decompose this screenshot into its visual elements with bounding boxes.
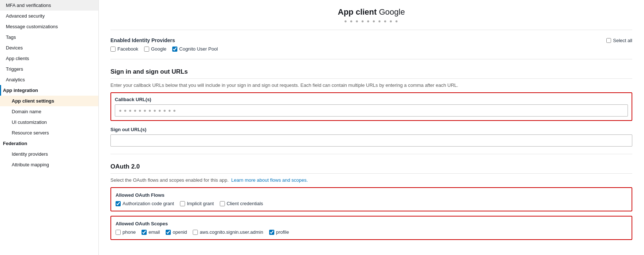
sidebar-item-ui-customization[interactable]: UI customization [0,117,98,128]
oauth-flow-client-credentials[interactable]: Client credentials [220,201,263,206]
callback-url-highlight-box: Callback URL(s) [110,92,632,121]
oauth-flows-label: Allowed OAuth Flows [116,192,627,198]
sidebar-item-resource-servers[interactable]: Resource servers [0,128,98,138]
sidebar-item-domain-name[interactable]: Domain name [0,106,98,117]
oauth-scope-openid-checkbox[interactable] [166,230,171,235]
oauth-flow-client-credentials-label: Client credentials [227,201,263,206]
sidebar-item-tags[interactable]: Tags [0,32,98,42]
oauth-scope-openid[interactable]: openid [166,229,187,235]
sidebar-section-federation[interactable]: Federation [0,138,98,149]
oauth-flow-authorization-code[interactable]: Authorization code grant [116,201,174,206]
callback-url-block: Callback URL(s) [110,92,632,121]
oauth-scope-email[interactable]: email [142,229,160,235]
page-header: App client Google ● ● ● ● ● ● ● ● ● ● [110,0,632,30]
oauth-flow-implicit[interactable]: Implicit grant [180,201,214,206]
oauth-scopes-label: Allowed OAuth Scopes [116,221,627,226]
oauth-flow-authorization-code-checkbox[interactable] [116,201,121,206]
callback-url-input[interactable] [115,104,628,117]
idp-cognito-label: Cognito User Pool [179,46,218,52]
sign-in-out-desc: Enter your callback URLs below that you … [110,82,632,88]
oauth-scope-phone-label: phone [123,229,136,235]
select-all-group: Select all [606,38,632,43]
sidebar-item-advanced-security[interactable]: Advanced security [0,11,98,21]
oauth-desc-text: Select the OAuth flows and scopes enable… [110,177,229,183]
idp-google[interactable]: Google [144,46,166,52]
oauth-scope-aws-cognito[interactable]: aws.cognito.signin.user.admin [193,229,263,235]
oauth-flows-group: Authorization code grant Implicit grant … [116,201,627,206]
signout-url-input[interactable] [110,134,632,147]
oauth-scope-profile-checkbox[interactable] [269,230,274,235]
sidebar-item-identity-providers[interactable]: Identity providers [0,149,98,159]
idp-cognito-user-pool[interactable]: Cognito User Pool [172,46,218,52]
oauth-flow-implicit-checkbox[interactable] [180,201,185,206]
oauth-section: OAuth 2.0 Select the OAuth flows and sco… [110,163,632,240]
sidebar-section-app-integration[interactable]: App integration [0,85,98,96]
oauth-desc: Select the OAuth flows and scopes enable… [110,177,632,183]
idp-checkbox-group: Facebook Google Cognito User Pool [110,46,632,52]
main-content: App client Google ● ● ● ● ● ● ● ● ● ● En… [99,0,644,255]
idp-facebook-checkbox[interactable] [110,47,116,52]
idp-section-label: Enabled Identity Providers [110,37,175,43]
sidebar-item-app-client-settings[interactable]: App client settings [0,96,98,106]
oauth-learn-more-link[interactable]: Learn more about flows and scopes. [231,177,308,183]
oauth-scopes-group: phone email openid aws.cognito.signin.us… [116,229,627,235]
sign-in-out-section: Sign in and sign out URLs Enter your cal… [110,68,632,154]
oauth-title: OAuth 2.0 [110,163,632,174]
oauth-flow-client-credentials-checkbox[interactable] [220,201,225,206]
sidebar-item-devices[interactable]: Devices [0,42,98,53]
signout-url-label: Sign out URL(s) [110,127,632,132]
select-all-checkbox[interactable] [606,38,611,43]
sidebar-item-mfa[interactable]: MFA and verifications [0,0,98,11]
idp-cognito-checkbox[interactable] [172,47,177,52]
page-title: App client Google [110,7,632,17]
sidebar-item-app-clients[interactable]: App clients [0,53,98,64]
callback-url-label: Callback URL(s) [115,97,628,102]
oauth-scope-email-checkbox[interactable] [142,230,147,235]
sidebar-item-message-customizations[interactable]: Message customizations [0,21,98,32]
oauth-scope-openid-label: openid [173,229,187,235]
oauth-scope-profile-label: profile [276,229,289,235]
page-subtitle: ● ● ● ● ● ● ● ● ● ● [110,18,632,24]
oauth-scope-phone[interactable]: phone [116,229,136,235]
signout-url-block: Sign out URL(s) [110,127,632,147]
select-all-label[interactable]: Select all [613,38,632,43]
oauth-scope-phone-checkbox[interactable] [116,230,121,235]
idp-google-checkbox[interactable] [144,47,149,52]
sidebar-item-attribute-mapping[interactable]: Attribute mapping [0,159,98,170]
sidebar: MFA and verifications Advanced security … [0,0,99,255]
oauth-scope-aws-cognito-label: aws.cognito.signin.user.admin [200,229,263,235]
oauth-scope-aws-cognito-checkbox[interactable] [193,230,198,235]
oauth-flow-authorization-code-label: Authorization code grant [123,201,174,206]
idp-header-row: Enabled Identity Providers Select all [110,37,632,43]
oauth-scope-email-label: email [148,229,160,235]
sidebar-item-analytics[interactable]: Analytics [0,74,98,85]
idp-google-label: Google [151,46,166,52]
oauth-scope-profile[interactable]: profile [269,229,289,235]
idp-facebook[interactable]: Facebook [110,46,138,52]
idp-facebook-label: Facebook [117,46,138,52]
identity-providers-section: Enabled Identity Providers Select all Fa… [110,37,632,59]
oauth-flows-box: Allowed OAuth Flows Authorization code g… [110,187,632,211]
oauth-scopes-box: Allowed OAuth Scopes phone email openid … [110,216,632,240]
oauth-flow-implicit-label: Implicit grant [187,201,214,206]
sidebar-item-triggers[interactable]: Triggers [0,64,98,74]
sign-in-out-title: Sign in and sign out URLs [110,68,632,79]
